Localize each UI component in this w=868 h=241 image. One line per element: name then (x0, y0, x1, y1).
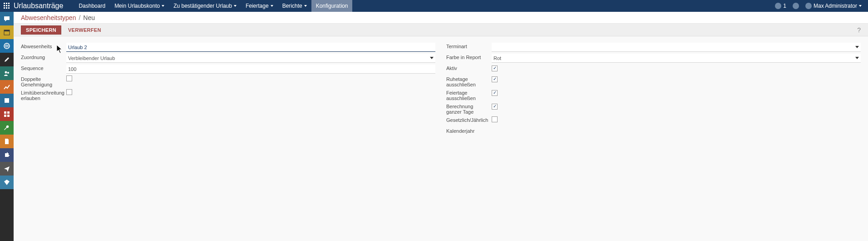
svg-rect-16 (7, 111, 10, 114)
form-left-column: Abwesenheits Zuordnung Verbleibender Url… (21, 43, 435, 138)
save-button[interactable]: SPEICHERN (21, 25, 61, 35)
discard-button[interactable]: VERWERFEN (63, 25, 106, 35)
breadcrumb: Abwesenheitstypen / Neu (14, 12, 868, 24)
sidebar-app-chart[interactable] (0, 80, 14, 94)
globe-icon (775, 3, 781, 9)
sidebar-app-doc[interactable] (0, 135, 14, 148)
svg-rect-18 (7, 115, 10, 117)
chevron-down-icon (855, 57, 859, 59)
svg-rect-0 (4, 3, 5, 4)
label-terminart: Terminart (446, 43, 492, 49)
checkbox-ganze-tage[interactable] (492, 104, 498, 110)
breadcrumb-parent[interactable]: Abwesenheitstypen (21, 14, 76, 21)
sidebar-app-pencil[interactable] (0, 53, 14, 66)
svg-rect-15 (4, 111, 6, 114)
main: Abwesenheitstypen / Neu SPEICHERN VERWER… (14, 12, 868, 241)
sidebar-app-grid[interactable] (0, 107, 14, 121)
svg-point-12 (5, 71, 7, 74)
form-right-column: Terminart Farbe in Report Rot (446, 43, 861, 138)
svg-rect-7 (6, 7, 7, 9)
label-doppelte-genehmigung: Doppelte Genehmigung (21, 75, 66, 87)
chevron-down-icon (304, 5, 307, 7)
checkbox-gesetzlich[interactable] (492, 116, 498, 122)
action-bar: SPEICHERN VERWERFEN ? (14, 24, 868, 36)
checkbox-aktiv[interactable] (492, 65, 498, 71)
checkbox-ruhetage[interactable] (492, 76, 498, 82)
svg-rect-10 (4, 30, 10, 31)
svg-rect-8 (8, 7, 10, 9)
apps-icon[interactable] (0, 3, 14, 9)
form-sheet: Abwesenheits Zuordnung Verbleibender Url… (14, 36, 868, 145)
user-icon (805, 3, 812, 9)
label-sequence: Sequence (21, 65, 66, 71)
chevron-down-icon (271, 5, 273, 7)
sidebar-app-calendar[interactable] (0, 25, 14, 39)
svg-rect-5 (8, 5, 10, 6)
svg-rect-3 (4, 5, 5, 6)
menu-dashboard[interactable]: Dashboard (74, 0, 110, 12)
discuss-icon[interactable] (793, 3, 799, 9)
label-ruhetage: Ruhetage ausschließen (446, 75, 492, 87)
chevron-down-icon (430, 57, 434, 59)
label-kalenderjahr: Kalenderjahr (446, 127, 492, 134)
svg-rect-6 (4, 7, 5, 9)
chevron-down-icon (859, 5, 862, 7)
menu-urlaubskonto[interactable]: Mein Urlaubskonto (110, 0, 169, 12)
svg-rect-2 (8, 3, 10, 4)
select-farbe-report[interactable]: Rot (492, 54, 861, 63)
svg-rect-1 (6, 3, 7, 4)
checkbox-limit[interactable] (66, 89, 72, 95)
app-brand[interactable]: Urlaubsanträge (14, 2, 74, 10)
select-zuordnung[interactable]: Verbleibender Urlaub (66, 54, 435, 63)
sidebar-app-globe[interactable] (0, 39, 14, 53)
sidebar-app-box[interactable] (0, 94, 14, 107)
svg-rect-17 (4, 115, 6, 117)
sidebar-app-puzzle[interactable] (0, 148, 14, 162)
chevron-down-icon (855, 46, 859, 48)
label-abwesenheit: Abwesenheits (21, 43, 66, 49)
label-feiertage: Feiertage ausschließen (446, 89, 492, 101)
notif-count: 1 (783, 3, 786, 9)
input-sequence[interactable] (66, 65, 435, 74)
svg-rect-4 (6, 5, 7, 6)
help-icon[interactable]: ? (857, 26, 861, 34)
topbar-right: 1 Max Administrator (775, 3, 868, 9)
label-zuordnung: Zuordnung (21, 54, 66, 60)
topbar-menu: Dashboard Mein Urlaubskonto Zu bestätige… (74, 0, 352, 12)
topbar: Urlaubsanträge Dashboard Mein Urlaubskon… (0, 0, 868, 12)
sidebar-app-chat[interactable] (0, 12, 14, 25)
svg-point-13 (7, 72, 9, 74)
user-menu[interactable]: Max Administrator (805, 3, 862, 9)
label-limit: Limitüberschreitung erlauben (21, 89, 66, 101)
svg-rect-14 (5, 98, 9, 103)
chevron-down-icon (234, 5, 237, 7)
label-aktiv: Aktiv (446, 65, 492, 71)
sidebar-app-wrench[interactable] (0, 121, 14, 135)
label-ganze-tage: Berechnung ganzer Tage (446, 103, 492, 115)
input-abwesenheit[interactable] (66, 43, 435, 52)
sidebar (0, 12, 14, 241)
sidebar-app-plane[interactable] (0, 162, 14, 176)
menu-berichte[interactable]: Berichte (278, 0, 311, 12)
label-gesetzlich: Gesetzlich/Jährlich (446, 116, 492, 123)
select-terminart[interactable] (492, 43, 861, 52)
sidebar-app-tag[interactable] (0, 176, 14, 189)
menu-konfiguration[interactable]: Konfiguration (311, 0, 353, 12)
chevron-down-icon (162, 5, 164, 7)
label-farbe-report: Farbe in Report (446, 54, 492, 60)
breadcrumb-current: Neu (83, 14, 95, 21)
checkbox-feiertage[interactable] (492, 90, 498, 96)
chat-icon (793, 3, 799, 9)
sidebar-app-users[interactable] (0, 66, 14, 80)
menu-feiertage[interactable]: Feiertage (241, 0, 278, 12)
checkbox-doppelte-genehmigung[interactable] (66, 75, 72, 81)
notifications[interactable]: 1 (775, 3, 786, 9)
breadcrumb-sep: / (76, 14, 83, 21)
menu-bestaetigen[interactable]: Zu bestätigender Urlaub (169, 0, 241, 12)
